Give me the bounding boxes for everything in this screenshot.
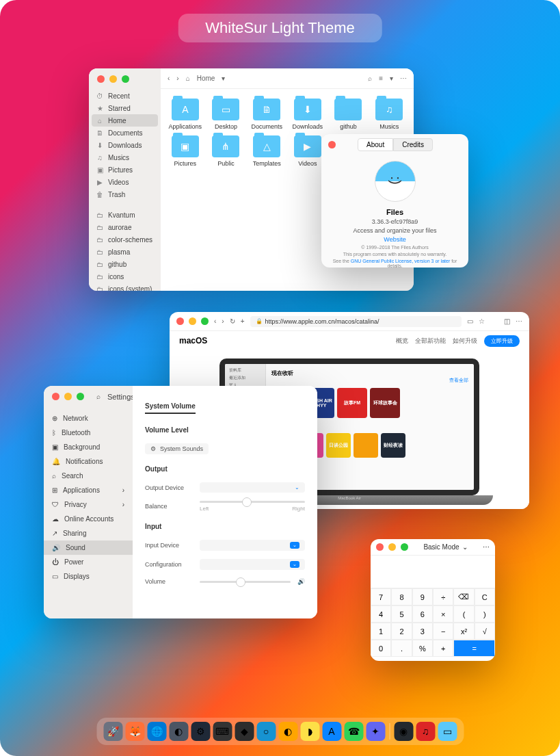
dock-app[interactable]: ◐ [278, 722, 297, 741]
settings-item[interactable]: ⊕Network [44, 411, 133, 426]
more-button[interactable]: ⋯ [483, 543, 490, 551]
podcast-tile[interactable] [354, 433, 378, 458]
calc-key[interactable]: 0 [371, 640, 391, 657]
folder-item[interactable]: △Templates [249, 135, 284, 167]
see-all-link[interactable]: 查看全部 [449, 377, 468, 384]
dock-app[interactable]: ⌨ [213, 722, 232, 741]
close-button[interactable] [376, 543, 384, 551]
sidebar-item[interactable]: 🗀plasma [89, 246, 161, 258]
dock-app[interactable]: ♫ [416, 722, 435, 741]
sidebar-item[interactable]: 🗀Kvantum [89, 209, 161, 221]
dock-app[interactable]: ○ [256, 722, 276, 741]
website-link[interactable]: Website [384, 236, 405, 243]
calc-key[interactable]: % [412, 640, 433, 657]
settings-item[interactable]: ▭Displays [44, 569, 133, 584]
input-device-select[interactable]: ⌄ [200, 540, 305, 551]
dock-app[interactable]: 🦊 [125, 722, 144, 741]
list-item[interactable]: 资料库 [226, 367, 264, 374]
balance-slider[interactable] [200, 501, 305, 503]
calc-key[interactable]: 7 [371, 588, 391, 605]
list-item[interactable]: 最近添加 [226, 374, 264, 382]
sidebar-item[interactable]: 🗑Trash [89, 188, 161, 200]
sidebar-item[interactable]: 🗎Documents [89, 127, 161, 139]
calc-key[interactable]: ( [453, 605, 474, 623]
calc-key[interactable]: = [453, 640, 495, 657]
settings-item[interactable]: 🔔Notifications [44, 454, 133, 469]
dock-app[interactable]: ▭ [438, 722, 457, 741]
settings-item[interactable]: ⌕Search [44, 469, 133, 483]
forward-button[interactable]: › [176, 75, 178, 82]
podcast-tile[interactable]: 日谈公园 [326, 433, 351, 458]
dock-app[interactable]: ◐ [169, 722, 188, 741]
maximize-button[interactable] [401, 543, 408, 551]
calc-key[interactable]: . [391, 640, 412, 657]
sidebar-item[interactable]: 🗀aurorae [89, 221, 161, 233]
newtab-button[interactable]: + [241, 317, 245, 325]
sidebar-item[interactable]: 🗀icons (system) [89, 283, 161, 291]
nav-link[interactable]: 如何升级 [453, 337, 477, 346]
podcast-tile[interactable]: 环球故事会 [370, 388, 400, 418]
calc-key[interactable]: − [433, 623, 453, 640]
dock-app[interactable]: ◆ [235, 722, 254, 741]
sidebar-item[interactable]: 🗀github [89, 258, 161, 270]
more-button[interactable]: ⋯ [516, 317, 522, 325]
calc-key[interactable]: 2 [391, 623, 412, 640]
sidebar-item[interactable]: ♫Musics [89, 151, 161, 164]
volume-slider[interactable] [200, 581, 291, 583]
cta-button[interactable]: 立即升级 [484, 335, 520, 347]
settings-item[interactable]: ⊞Applications› [44, 483, 133, 497]
sidebar-item[interactable]: 🗀color-schemes [89, 233, 161, 246]
settings-item[interactable]: ᛒBluetooth [44, 426, 133, 440]
maximize-button[interactable] [122, 75, 129, 83]
sidebar-item[interactable]: ⬇Downloads [89, 139, 161, 151]
star-button[interactable]: ☆ [479, 317, 485, 325]
view-button[interactable]: ≡ [379, 75, 383, 82]
calc-key[interactable]: 3 [412, 623, 433, 640]
folder-item[interactable]: 🗎Documents [249, 99, 284, 130]
reload-button[interactable]: ↻ [230, 317, 235, 325]
close-button[interactable] [97, 75, 105, 83]
dock-app[interactable]: ☎ [344, 722, 363, 741]
calc-key[interactable]: ⌫ [453, 588, 474, 605]
minimize-button[interactable] [388, 543, 396, 551]
chevron-down-icon[interactable]: ▾ [222, 75, 225, 82]
settings-item[interactable]: 🔊Sound [44, 540, 133, 555]
minimize-button[interactable] [109, 75, 117, 83]
search-icon[interactable]: ⌕ [96, 393, 101, 400]
podcast-tile[interactable]: 故事FM [337, 388, 367, 418]
calc-key[interactable]: x² [453, 623, 474, 640]
maximize-button[interactable] [201, 317, 209, 325]
calc-key[interactable]: 9 [412, 588, 433, 605]
tab-about[interactable]: About [358, 138, 393, 151]
calc-key[interactable]: C [475, 588, 495, 605]
dock-app[interactable]: ◉ [394, 722, 413, 741]
dropdown-button[interactable]: ▾ [390, 75, 393, 82]
sidebar-item[interactable]: 🗀icons [89, 270, 161, 283]
dock-app[interactable]: ◗ [300, 722, 319, 741]
close-button[interactable] [52, 393, 59, 400]
maximize-button[interactable] [77, 393, 84, 400]
license-link[interactable]: GNU General Public License, version 3 or… [351, 259, 451, 263]
folder-item[interactable]: ▭Desktop [209, 99, 244, 130]
calc-key[interactable]: + [433, 640, 453, 657]
folder-item[interactable]: ⋔Public [209, 135, 244, 167]
settings-item[interactable]: ▣Background [44, 440, 133, 454]
config-select[interactable]: ⌄ [200, 559, 305, 570]
home-icon[interactable]: ⌂ [186, 75, 190, 82]
url-field[interactable]: 🔒 https://www.apple.com.cn/macos/catalin… [250, 316, 462, 327]
close-button[interactable] [328, 141, 336, 148]
sidebar-item[interactable]: ▶Videos [89, 176, 161, 188]
sidebar-item[interactable]: ⏱Recent [89, 90, 161, 102]
calc-key[interactable]: ÷ [433, 588, 453, 605]
dock-app[interactable]: ⚙ [191, 722, 210, 741]
sidebar-item[interactable]: ▣Pictures [89, 164, 161, 176]
close-button[interactable] [176, 317, 184, 325]
nav-link[interactable]: 全部新功能 [415, 337, 446, 346]
minimize-button[interactable] [64, 393, 72, 400]
settings-item[interactable]: 🛡Privacy› [44, 497, 133, 512]
calc-key[interactable]: 4 [371, 605, 391, 623]
folder-item[interactable]: ▣Pictures [168, 135, 203, 167]
settings-item[interactable]: ⏻Power [44, 555, 133, 569]
dock-app[interactable]: ✦ [366, 722, 385, 741]
nav-link[interactable]: 概览 [396, 337, 408, 346]
